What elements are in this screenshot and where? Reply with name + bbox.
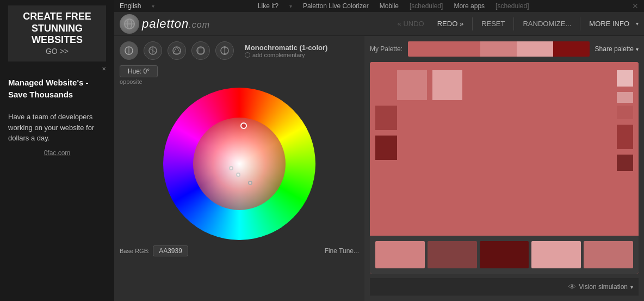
base-rgb-row: Base RGB: [120,245,188,256]
mode-icon-mono[interactable] [120,41,138,60]
add-complementary-label: add complementary [252,52,305,58]
color-panel: Monochromatic (1-color) add complementar… [114,36,364,301]
swatch-top-mid[interactable] [432,70,462,100]
adjacent-svg [148,46,158,56]
share-palette-arrow: ▾ [636,46,639,52]
tetrad-svg [196,46,206,56]
ad-close-x[interactable]: ✕ [8,66,106,72]
ad-panel: CREATE FREESTUNNINGWEBSITES GO >> ✕ Mana… [0,0,114,301]
toolbar: paletton.com « UNDO REDO » RESET RANDOMI… [114,12,644,36]
wheel-dot-inner-3[interactable] [248,181,252,185]
vision-icon: 👁 [568,282,576,291]
swatches-grid [370,62,639,274]
strip-swatch-3[interactable] [517,41,553,57]
vision-arrow[interactable]: ▾ [630,284,633,290]
vision-label: Vision simulation [579,283,628,291]
more-info-arrow: ▾ [636,21,639,27]
nav-mobile-scheduled: [scheduled] [410,2,443,10]
toolbar-sep-3 [580,17,580,30]
palette-strip [408,41,590,57]
nav-mobile[interactable]: Mobile [380,2,399,10]
mode-icon-complement[interactable] [215,41,234,60]
mode-icon-tetrad[interactable] [191,41,210,60]
logo-icon [120,14,139,34]
swatch-bot-right-2[interactable] [617,155,633,171]
mode-icon-triad[interactable] [168,41,186,60]
nav-more-apps[interactable]: More apps [454,2,485,10]
hue-label: Hue: 0° [120,65,158,77]
ad-link[interactable]: 0fac.com [44,149,71,157]
toolbar-sep-2 [513,17,514,30]
wheel-dot-inner-1[interactable] [229,166,233,170]
base-rgb-input[interactable] [153,245,188,256]
mode-title: Monochromatic (1-color) [245,44,327,52]
mode-add[interactable]: add complementary [245,52,327,58]
palette-area: My Palette: Share palette ▾ [364,36,644,301]
bottom-swatch-3[interactable] [480,241,529,268]
my-palette-label: My Palette: [370,45,403,53]
swatch-mid-right[interactable] [617,106,633,119]
nav-likeit-arrow: ▾ [289,3,292,9]
mono-svg [124,46,134,56]
swatch-bot-left[interactable] [375,136,397,160]
toolbar-sep-1 [472,17,473,30]
bottom-swatch-1[interactable] [375,241,425,268]
bottom-swatch-2[interactable] [428,241,477,268]
share-palette-button[interactable]: Share palette ▾ [595,45,639,53]
nav-language[interactable]: English [120,2,141,10]
swatch-top-left[interactable] [397,70,427,100]
redo-button[interactable]: REDO » [431,16,470,31]
bottom-swatch-4[interactable] [531,241,581,268]
wheel-dot-inner-2[interactable] [236,173,240,177]
nav-live-colorizer[interactable]: Paletton Live Colorizer [303,2,369,10]
swatch-mid-left[interactable] [375,106,397,130]
logo-area: paletton.com [120,14,210,34]
wheel-inner-gradient [193,118,286,210]
nav-lang-arrow: ▾ [152,3,154,9]
ad-headline: CREATE FREESTUNNINGWEBSITES [14,11,101,46]
nav-likeit[interactable]: Like it? [258,2,278,10]
base-rgb-area: Base RGB: Fine Tune... [120,245,359,256]
reset-button[interactable]: RESET [475,16,511,31]
triad-svg [172,46,182,56]
wheel-container[interactable] [163,88,315,240]
mode-selector: Monochromatic (1-color) add complementar… [120,41,359,60]
share-palette-label: Share palette [595,45,634,53]
more-info-button[interactable]: MORE INFO [583,16,636,31]
my-palette-row: My Palette: Share palette ▾ [370,41,639,57]
swatch-top-right-2[interactable] [617,92,633,103]
strip-swatch-1[interactable] [408,41,480,57]
nav-close-icon[interactable]: ✕ [632,2,639,10]
swatch-bot-right[interactable] [617,125,633,149]
nav-more-apps-scheduled: [scheduled] [496,2,529,10]
mode-icon-adjacent[interactable] [144,41,162,60]
swatches-bottom-row [370,236,639,274]
content-area: Monochromatic (1-color) add complementar… [114,36,644,301]
color-wheel[interactable] [163,88,315,240]
swatch-top-right[interactable] [617,70,633,87]
top-nav: English ▾ Like it? ▾ Paletton Live Color… [114,0,644,12]
complement-svg [220,46,230,56]
strip-swatch-2[interactable] [480,41,517,57]
wheel-dot-main[interactable] [240,122,247,129]
main-area: English ▾ Like it? ▾ Paletton Live Color… [114,0,644,301]
ad-banner: CREATE FREESTUNNINGWEBSITES GO >> [8,5,106,62]
svg-rect-11 [198,48,203,53]
opposite-label: opposite [120,78,359,85]
add-complementary-radio[interactable] [245,52,250,58]
randomize-button[interactable]: RANDOMIZE... [516,16,578,31]
logo-text: paletton.com [142,17,210,31]
fine-tune-button[interactable]: Fine Tune... [325,247,359,255]
mode-info: Monochromatic (1-color) add complementar… [245,44,327,58]
undo-button[interactable]: « UNDO [391,16,431,31]
logo-svg [123,18,135,30]
bottom-swatch-5[interactable] [584,241,633,268]
ad-go[interactable]: GO >> [46,47,69,56]
svg-point-14 [224,46,226,48]
svg-point-15 [224,53,226,55]
ad-text: Managed Website's - Save Thousands Have … [5,74,109,146]
bottom-row: 👁 Vision simulation ▾ [370,278,639,296]
base-rgb-label: Base RGB: [120,248,150,254]
strip-swatch-4[interactable] [553,41,590,57]
